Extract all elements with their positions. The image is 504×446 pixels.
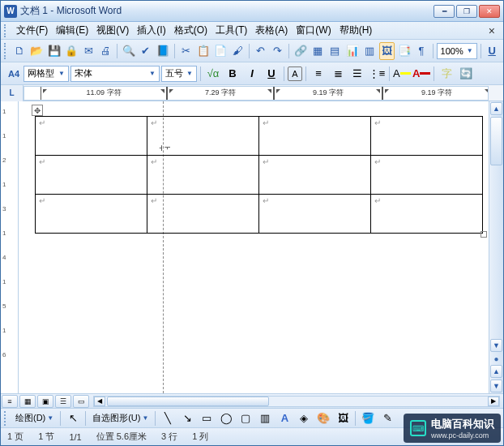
scroll-down-icon[interactable]: ▼ [490, 339, 502, 352]
menu-close-icon[interactable]: × [484, 24, 500, 37]
align-center-icon[interactable]: ≣ [329, 65, 347, 83]
align-left-icon[interactable]: ≡ [310, 65, 327, 83]
format-painter-icon[interactable]: 🖌 [230, 42, 246, 60]
phonetic-icon[interactable]: √α [204, 65, 222, 83]
oval-icon[interactable]: ◯ [217, 410, 235, 427]
research-icon[interactable]: 📘 [156, 42, 171, 60]
document-table[interactable]: ↵↵↵↵↵↵↵↵↵↵↵↵ [35, 116, 483, 234]
print-view-icon[interactable]: ▣ [37, 395, 53, 408]
print-icon[interactable]: 🖨 [98, 42, 113, 60]
browse-object-icon[interactable]: ● [489, 353, 503, 364]
textbox-icon[interactable]: ▢ [237, 410, 254, 427]
zoom-combo[interactable]: 100%▼ [437, 43, 477, 59]
vertical-textbox-icon[interactable]: ▥ [256, 410, 274, 427]
preview-icon[interactable]: 🔍 [121, 42, 136, 60]
table-cell[interactable]: ↵ [371, 117, 483, 156]
bullets-icon[interactable]: ⋮≡ [368, 65, 386, 83]
excel-icon[interactable]: 📊 [344, 42, 360, 60]
menu-window[interactable]: 窗口(W) [292, 22, 335, 39]
spelling-icon[interactable]: ✔ [138, 42, 153, 60]
prev-page-icon[interactable]: ▲ [490, 365, 502, 378]
show-marks-icon[interactable]: ¶ [413, 42, 429, 60]
save-icon[interactable]: 💾 [46, 42, 62, 60]
open-icon[interactable]: 📂 [29, 42, 45, 60]
fill-color-icon[interactable]: 🪣 [359, 410, 377, 427]
hscroll-thumb[interactable] [107, 397, 269, 406]
table-cell[interactable]: ↵ [147, 156, 259, 195]
vertical-ruler[interactable]: 11213141516 [1, 101, 19, 393]
hyperlink-icon[interactable]: 🔗 [293, 42, 308, 60]
table-cell[interactable]: ↵ [36, 117, 147, 156]
columns-icon[interactable]: ▥ [361, 42, 377, 60]
clipart-icon[interactable]: 🎨 [314, 410, 332, 427]
document-canvas[interactable]: ✥ ↵↵↵↵↵↵↵↵↵↵↵↵ ⫞⫟ [19, 101, 489, 393]
asian-layout-icon[interactable]: 🔄 [457, 65, 475, 83]
cut-icon[interactable]: ✂ [178, 42, 194, 60]
diagram-icon[interactable]: ◈ [295, 410, 313, 427]
reading-view-icon[interactable]: ▭ [73, 395, 89, 408]
minimize-button[interactable]: ━ [434, 5, 455, 18]
permission-icon[interactable]: 🔒 [63, 42, 79, 60]
underline-button[interactable]: U [263, 65, 280, 83]
scroll-left-icon[interactable]: ◀ [94, 397, 105, 406]
arrow-icon[interactable]: ↘ [178, 410, 196, 427]
wordart-icon[interactable]: A [275, 410, 293, 427]
insert-table-icon[interactable]: ▤ [327, 42, 343, 60]
web-view-icon[interactable]: ▦ [19, 395, 36, 408]
char-border-button[interactable]: A [288, 66, 302, 81]
outline-view-icon[interactable]: ☰ [55, 395, 71, 408]
mail-icon[interactable]: ✉ [81, 42, 96, 60]
style-combo[interactable]: 网格型▼ [23, 66, 69, 82]
vertical-scrollbar[interactable]: ▲ ▼ ● ▲ ▼ [489, 101, 503, 393]
italic-button[interactable]: I [243, 65, 261, 83]
scroll-thumb[interactable] [490, 117, 502, 165]
size-combo[interactable]: 五号▼ [161, 66, 197, 82]
line-color-icon[interactable]: ✎ [378, 410, 396, 427]
menu-insert[interactable]: 插入(I) [133, 22, 169, 39]
table-cell[interactable]: ↵ [259, 156, 371, 195]
autoshapes-menu[interactable]: 自选图形(U)▼ [89, 410, 152, 426]
menu-view[interactable]: 视图(V) [92, 22, 133, 39]
font-combo[interactable]: 宋体▼ [70, 66, 160, 82]
bold-button[interactable]: B [224, 65, 241, 83]
table-cell[interactable]: ↵ [36, 195, 147, 234]
table-cell[interactable]: ↵ [147, 195, 259, 234]
table-cell[interactable]: ↵ [259, 117, 371, 156]
new-icon[interactable]: 🗋 [12, 42, 28, 60]
menu-help[interactable]: 帮助(H) [335, 22, 377, 39]
table-cell[interactable]: ↵ [371, 156, 483, 195]
rectangle-icon[interactable]: ▭ [198, 410, 216, 427]
table-resize-handle[interactable] [481, 231, 487, 238]
menu-file[interactable]: 文件(F) [12, 22, 52, 39]
copy-icon[interactable]: 📋 [195, 42, 211, 60]
tables-borders-icon[interactable]: ▦ [310, 42, 326, 60]
highlight-icon[interactable]: A [393, 65, 411, 83]
undo-icon[interactable]: ↶ [253, 42, 268, 60]
next-page-icon[interactable]: ▼ [490, 380, 502, 392]
draw-menu[interactable]: 绘图(D)▼ [12, 410, 57, 426]
maximize-button[interactable]: ❐ [456, 5, 477, 18]
normal-view-icon[interactable]: ≡ [2, 395, 18, 408]
horizontal-scrollbar[interactable]: ◀ ▶ [93, 396, 500, 407]
char-shading-icon[interactable]: 字 [438, 65, 455, 83]
select-arrow-icon[interactable]: ↖ [64, 410, 82, 427]
paste-icon[interactable]: 📄 [212, 42, 228, 60]
redo-icon[interactable]: ↷ [270, 42, 285, 60]
menu-table[interactable]: 表格(A) [251, 22, 292, 39]
menu-tools[interactable]: 工具(T) [211, 22, 251, 39]
ruler-corner[interactable]: L [1, 85, 23, 101]
docmap-icon[interactable]: 📑 [396, 42, 412, 60]
table-move-handle[interactable]: ✥ [32, 105, 43, 116]
underline-icon[interactable]: U [485, 42, 500, 60]
close-button[interactable]: ✕ [479, 5, 500, 18]
horizontal-ruler[interactable]: L 11.09 字符7.29 字符9.19 字符9.19 字符 [1, 85, 503, 101]
line-icon[interactable]: ╲ [159, 410, 177, 427]
scroll-up-icon[interactable]: ▲ [490, 102, 502, 115]
numbering-icon[interactable]: ☰ [348, 65, 366, 83]
table-cell[interactable]: ↵ [371, 195, 483, 234]
menu-format[interactable]: 格式(O) [170, 22, 211, 39]
drawing-icon[interactable]: 🖼 [379, 42, 395, 60]
menu-edit[interactable]: 编辑(E) [52, 22, 92, 39]
table-cell[interactable]: ↵ [259, 195, 371, 234]
table-cell[interactable]: ↵ [36, 156, 147, 195]
